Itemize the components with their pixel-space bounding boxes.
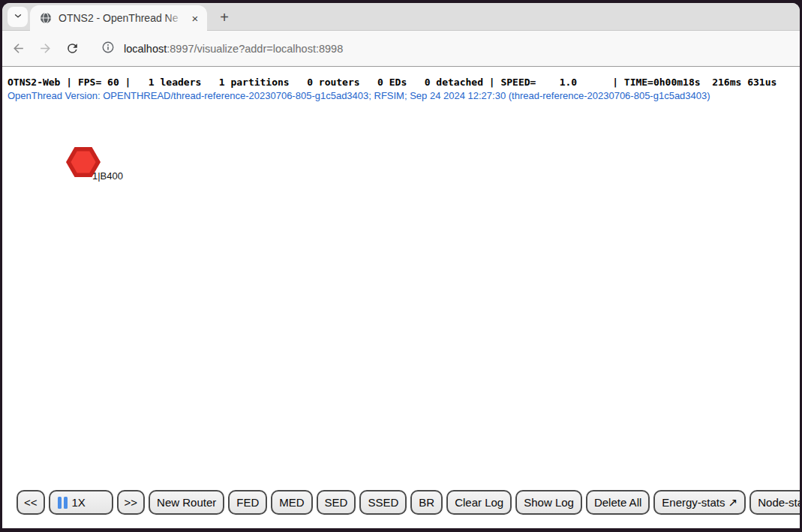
- back-button[interactable]: [8, 38, 29, 59]
- fed-button[interactable]: FED: [228, 490, 267, 515]
- new-router-button[interactable]: New Router: [149, 490, 224, 515]
- pause-icon: [58, 497, 68, 509]
- info-icon: [101, 41, 115, 57]
- br-button[interactable]: BR: [410, 490, 443, 515]
- reload-button[interactable]: [62, 38, 83, 59]
- new-tab-button[interactable]: +: [215, 8, 234, 27]
- tab-bar: OTNS2 - OpenThread Ne × +: [2, 3, 800, 31]
- tab-close-button[interactable]: ×: [188, 11, 203, 26]
- openthread-version-line: OpenThread Version: OPENTHREAD/thread-re…: [8, 90, 710, 101]
- back-arrow-icon: [11, 41, 26, 56]
- forward-button[interactable]: [35, 38, 56, 59]
- delete-all-button[interactable]: Delete All: [586, 490, 650, 515]
- simulator-status-line: OTNS2-Web | FPS= 60 | 1 leaders 1 partit…: [8, 77, 776, 88]
- tab-search-button[interactable]: [8, 7, 28, 27]
- rewind-icon: <<: [24, 496, 38, 509]
- url-bar[interactable]: localhost :8997/visualize?addr=localhost…: [124, 43, 343, 55]
- reload-icon: [65, 41, 80, 56]
- node-1-label: 1|B400: [92, 170, 123, 182]
- url-path: :8997/visualize?addr=localhost:8998: [167, 43, 343, 55]
- action-toolbar: << 1X >> New Router FED MED SED SSED BR …: [17, 490, 800, 515]
- tab-otns2[interactable]: OTNS2 - OpenThread Ne ×: [30, 5, 207, 31]
- chevron-down-icon: [13, 11, 23, 24]
- close-icon: ×: [192, 12, 199, 25]
- sed-button[interactable]: SED: [317, 490, 356, 515]
- browser-window: OTNS2 - OpenThread Ne × +: [2, 3, 800, 528]
- site-info-button[interactable]: [99, 40, 117, 58]
- energy-stats-button[interactable]: Energy-stats ↗: [653, 490, 746, 515]
- speed-label: 1X: [72, 496, 86, 509]
- ssed-button[interactable]: SSED: [359, 490, 407, 515]
- navigation-bar: localhost :8997/visualize?addr=localhost…: [2, 31, 800, 67]
- speed-up-button[interactable]: >>: [117, 490, 146, 515]
- speed-down-button[interactable]: <<: [17, 490, 45, 515]
- forward-arrow-icon: [38, 41, 53, 56]
- pause-speed-button[interactable]: 1X: [49, 490, 113, 515]
- plus-icon: +: [220, 9, 229, 26]
- tab-title: OTNS2 - OpenThread Ne: [59, 11, 185, 25]
- fast-forward-icon: >>: [125, 496, 138, 509]
- node-stats-button[interactable]: Node-stats ↗: [749, 490, 800, 515]
- simulation-canvas: OTNS2-Web | FPS= 60 | 1 leaders 1 partit…: [2, 67, 800, 528]
- show-log-button[interactable]: Show Log: [515, 490, 582, 515]
- url-hostname: localhost: [124, 43, 167, 55]
- med-button[interactable]: MED: [271, 490, 312, 515]
- clear-log-button[interactable]: Clear Log: [446, 490, 512, 515]
- globe-favicon-icon: [40, 12, 52, 24]
